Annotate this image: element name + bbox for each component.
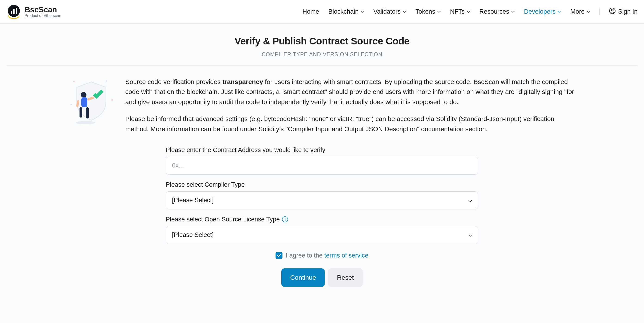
svg-rect-14 <box>86 107 89 118</box>
page-subtitle: COMPILER TYPE AND VERSION SELECTION <box>0 51 644 58</box>
svg-rect-3 <box>16 8 17 14</box>
nav-label: Validators <box>373 8 400 15</box>
chevron-down-icon <box>468 198 472 202</box>
select-value: [Please Select] <box>172 197 214 204</box>
svg-rect-2 <box>13 9 14 14</box>
svg-point-9 <box>70 104 72 105</box>
terms-of-service-link[interactable]: terms of service <box>324 252 368 259</box>
select-value: [Please Select] <box>172 231 214 238</box>
nav-label: Resources <box>480 8 509 15</box>
intro-paragraph-1: Source code verification provides transp… <box>125 77 577 107</box>
nav-nfts[interactable]: NFTs <box>450 8 470 15</box>
contract-address-label: Please enter the Contract Address you wo… <box>166 146 478 154</box>
nav-tokens[interactable]: Tokens <box>416 8 441 15</box>
page-title: Verify & Publish Contract Source Code <box>0 36 644 47</box>
svg-point-11 <box>81 92 86 98</box>
nav-label: Tokens <box>416 8 435 15</box>
nav-blockchain[interactable]: Blockchain <box>328 8 364 15</box>
main-nav: Home Blockchain Validators Tokens NFTs R… <box>302 8 638 16</box>
chevron-down-icon <box>360 10 364 14</box>
nav-home[interactable]: Home <box>302 8 319 15</box>
chevron-down-icon <box>437 10 441 14</box>
continue-button[interactable]: Continue <box>281 268 325 287</box>
chevron-down-icon <box>586 10 590 14</box>
header: BscScan Product of Etherscan Home Blockc… <box>0 0 644 24</box>
nav-resources[interactable]: Resources <box>480 8 515 15</box>
svg-point-6 <box>73 81 75 82</box>
svg-rect-13 <box>80 107 82 118</box>
agree-row: I agree to the terms of service <box>166 252 478 259</box>
bscscan-logo-icon <box>6 5 21 19</box>
compiler-type-select[interactable]: [Please Select] <box>166 191 478 209</box>
svg-point-8 <box>112 99 113 101</box>
chevron-down-icon <box>557 10 561 14</box>
agree-text: I agree to the <box>286 252 324 259</box>
svg-point-5 <box>612 9 613 11</box>
nav-label: More <box>570 8 584 15</box>
svg-point-10 <box>76 121 95 124</box>
license-type-select[interactable]: [Please Select] <box>166 226 478 244</box>
intro-paragraph-2: Please be informed that advanced setting… <box>125 114 577 134</box>
nav-label: Blockchain <box>328 8 359 15</box>
verify-illustration <box>67 77 116 125</box>
compiler-type-label: Please select Compiler Type <box>166 181 478 188</box>
contract-address-input[interactable] <box>166 157 478 175</box>
reset-button[interactable]: Reset <box>328 268 362 287</box>
brand-name: BscScan <box>24 6 61 14</box>
info-icon[interactable]: i <box>282 216 288 222</box>
intro-text: Source code verification provides transp… <box>125 77 577 141</box>
chevron-down-icon <box>402 10 406 14</box>
brand-tagline: Product of Etherscan <box>24 14 61 18</box>
nav-label: Developers <box>524 8 556 15</box>
license-type-label: Please select Open Source License Type i <box>166 216 478 223</box>
verify-form: Please enter the Contract Address you wo… <box>166 146 478 296</box>
nav-developers[interactable]: Developers <box>524 8 561 15</box>
svg-point-7 <box>106 80 107 82</box>
chevron-down-icon <box>468 233 472 237</box>
chevron-down-icon <box>511 10 515 14</box>
svg-rect-1 <box>11 11 12 14</box>
nav-validators[interactable]: Validators <box>373 8 406 15</box>
nav-more[interactable]: More <box>570 8 590 15</box>
intro-section: Source code verification provides transp… <box>0 66 644 141</box>
agree-checkbox[interactable] <box>276 252 282 259</box>
sign-in-label: Sign In <box>618 8 638 15</box>
nav-label: NFTs <box>450 8 464 15</box>
nav-label: Home <box>302 8 319 15</box>
sign-in-link[interactable]: Sign In <box>609 8 638 16</box>
chevron-down-icon <box>466 10 470 14</box>
svg-rect-12 <box>81 97 88 107</box>
user-icon <box>609 8 616 16</box>
logo[interactable]: BscScan Product of Etherscan <box>6 5 61 19</box>
